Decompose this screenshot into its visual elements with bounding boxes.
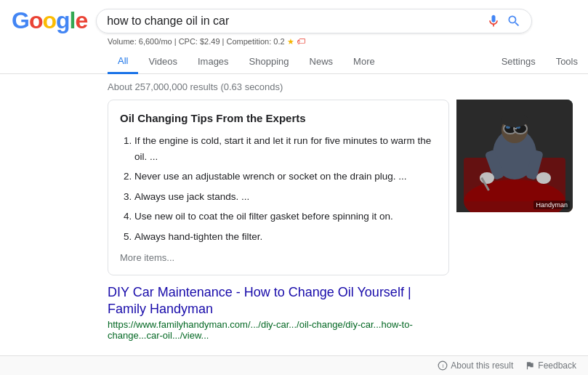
svg-point-14: [536, 172, 551, 184]
result-link: DIY Car Maintenance - How to Change Oil …: [108, 284, 449, 342]
tab-tools[interactable]: Tools: [546, 50, 588, 73]
svg-text:i: i: [443, 363, 444, 369]
about-result-link[interactable]: i About this result: [438, 360, 513, 371]
featured-snippet: Oil Changing Tips From the Experts If th…: [108, 100, 449, 275]
google-logo: Google: [12, 7, 87, 34]
search-icons: [486, 14, 521, 28]
list-item: Always hand-tighten the filter.: [134, 229, 437, 245]
main-content: List Oil Changing Tips From the Experts …: [0, 100, 588, 341]
nav-tabs: All Videos Images Shopping News More Set…: [0, 47, 588, 74]
microphone-icon[interactable]: [486, 14, 501, 28]
snippet-title: Oil Changing Tips From the Experts: [120, 112, 437, 124]
result-link-url: https://www.familyhandyman.com/.../diy-c…: [108, 319, 449, 341]
flag-icon: [525, 360, 535, 371]
list-item: If the engine is cold, start it and let …: [134, 133, 437, 164]
mechanic-image: [456, 100, 573, 212]
search-box[interactable]: how to change oil in car: [96, 9, 532, 33]
tab-all[interactable]: All: [108, 49, 138, 74]
tab-more[interactable]: More: [343, 50, 385, 73]
list-item: Always use jack stands. ...: [134, 189, 437, 205]
star-icon: ★: [287, 37, 294, 46]
search-wrapper: how to change oil in car: [96, 9, 532, 33]
header: Google how to change oil in car: [0, 0, 588, 34]
tab-images[interactable]: Images: [188, 50, 239, 73]
search-input[interactable]: how to change oil in car: [107, 15, 480, 28]
about-result-label: About this result: [451, 360, 513, 371]
featured-snippet-container: Oil Changing Tips From the Experts If th…: [108, 100, 573, 275]
nav-right: Settings Tools: [491, 50, 588, 73]
search-icon[interactable]: [507, 14, 521, 28]
list-item: Use new oil to coat the oil filter gaske…: [134, 209, 437, 225]
feedback-label: Feedback: [538, 360, 576, 371]
tab-videos[interactable]: Videos: [138, 50, 188, 73]
results-count: About 257,000,000 results (0.63 seconds): [0, 74, 588, 100]
footer: i About this result Feedback: [0, 355, 588, 375]
snippet-image: Handyman: [456, 100, 573, 212]
tab-news[interactable]: News: [299, 50, 344, 73]
result-link-title[interactable]: DIY Car Maintenance - How to Change Oil …: [108, 284, 449, 318]
tab-shopping[interactable]: Shopping: [239, 50, 299, 73]
seo-bar: Volume: 6,600/mo | CPC: $2.49 | Competit…: [108, 34, 588, 47]
tag-icon: 🏷: [297, 36, 305, 47]
info-icon: i: [438, 360, 448, 371]
svg-point-16: [501, 113, 528, 127]
image-attribution: Handyman: [533, 201, 570, 209]
feedback-link[interactable]: Feedback: [525, 360, 576, 371]
list-item: Never use an adjustable wrench or socket…: [134, 169, 437, 185]
tab-settings[interactable]: Settings: [491, 50, 546, 73]
snippet-list: If the engine is cold, start it and let …: [120, 133, 437, 245]
more-items-link[interactable]: More items...: [120, 252, 437, 263]
